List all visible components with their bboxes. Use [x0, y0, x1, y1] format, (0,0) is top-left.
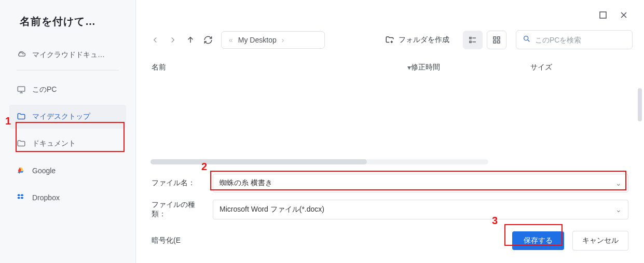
filename-label: ファイル名： [152, 178, 203, 188]
dialog-title: 名前を付けて… [0, 15, 135, 43]
filetype-label: ファイルの種類： [152, 200, 203, 219]
file-list-area [136, 77, 644, 164]
svg-rect-1 [600, 12, 606, 18]
sidebar-item-label: マイクラウドドキュ… [32, 50, 105, 60]
sidebar-item-label: Dropbox [32, 193, 60, 202]
view-grid-button[interactable] [487, 31, 506, 49]
window-controls [136, 0, 644, 30]
folder-plus-icon [385, 35, 394, 45]
svg-rect-0 [18, 87, 25, 91]
google-drive-icon [17, 166, 26, 175]
sort-caret-icon: ▾ [407, 63, 411, 72]
chevron-down-icon[interactable]: ⌄ [615, 205, 622, 214]
cloud-icon [17, 50, 26, 60]
search-input[interactable] [535, 36, 626, 44]
nav-forward-button[interactable] [168, 35, 177, 45]
sidebar-item-cloud-docs[interactable]: マイクラウドドキュ… [9, 43, 126, 67]
folder-icon [17, 139, 26, 148]
list-icon [468, 35, 477, 45]
svg-rect-5 [498, 37, 500, 39]
cancel-button[interactable]: キャンセル [572, 231, 628, 251]
sidebar-item-label: Google [32, 167, 56, 175]
sidebar-item-documents[interactable]: ドキュメント [9, 132, 126, 156]
sidebar-item-google[interactable]: Google [9, 159, 126, 183]
svg-rect-4 [494, 37, 496, 39]
search-icon [523, 35, 531, 45]
svg-rect-2 [470, 37, 471, 38]
create-folder-button[interactable]: フォルダを作成 [381, 32, 454, 48]
filename-field[interactable]: ⌄ [213, 174, 628, 192]
breadcrumb-current: My Desktop [238, 36, 277, 44]
filename-input[interactable] [220, 179, 615, 187]
save-button[interactable]: 保存する [512, 231, 564, 250]
nav-back-button[interactable] [150, 35, 160, 45]
sidebar-item-label: ドキュメント [32, 139, 76, 148]
search-box[interactable] [516, 30, 633, 49]
filetype-row: ファイルの種類： Microsoft Word ファイル(*.docx) ⌄ [152, 200, 628, 219]
action-row: 暗号化(E 保存する キャンセル [152, 231, 628, 251]
sidebar-item-this-pc[interactable]: このPC [9, 78, 126, 102]
sidebar-item-label: このPC [32, 85, 57, 94]
create-folder-label: フォルダを作成 [399, 35, 449, 45]
view-toggle [463, 31, 506, 49]
chevron-right-icon: › [282, 36, 284, 44]
chevron-down-icon[interactable]: ⌄ [615, 179, 622, 187]
horizontal-scrollbar-thumb[interactable] [150, 159, 367, 164]
encrypt-label[interactable]: 暗号化(E [152, 236, 181, 245]
nav-group [150, 35, 213, 45]
close-icon[interactable] [619, 10, 628, 20]
sidebar: 名前を付けて… マイクラウドドキュ… このPC マイデスクトップ [0, 0, 136, 263]
filetype-value: Microsoft Word ファイル(*.docx) [220, 205, 324, 214]
toolbar: « My Desktop › フォルダを作成 [136, 30, 644, 57]
breadcrumb[interactable]: « My Desktop › [221, 31, 325, 49]
monitor-icon [17, 85, 26, 94]
dropbox-icon [17, 193, 26, 202]
svg-point-8 [524, 36, 528, 40]
chevron-left-icon: « [229, 36, 233, 44]
save-form: ファイル名： ⌄ ファイルの種類： Microsoft Word ファイル(*.… [136, 164, 644, 263]
svg-rect-3 [470, 41, 471, 43]
grid-icon [492, 35, 501, 45]
sidebar-list: マイクラウドドキュ… このPC マイデスクトップ ドキュメント [0, 43, 135, 210]
column-header-size[interactable]: サイズ [530, 63, 628, 72]
nav-up-button[interactable] [186, 35, 195, 45]
main-panel: « My Desktop › フォルダを作成 [136, 0, 644, 263]
save-as-dialog: 名前を付けて… マイクラウドドキュ… このPC マイデスクトップ [0, 0, 644, 263]
maximize-icon[interactable] [598, 10, 608, 20]
filename-row: ファイル名： ⌄ [152, 174, 628, 192]
sidebar-item-dropbox[interactable]: Dropbox [9, 186, 126, 210]
sidebar-separator [17, 70, 119, 71]
horizontal-scrollbar[interactable] [150, 159, 488, 164]
column-header-name[interactable]: 名前 ▾ [152, 63, 411, 72]
button-group: 保存する キャンセル [512, 231, 628, 251]
svg-rect-6 [494, 40, 496, 43]
svg-rect-7 [498, 40, 500, 43]
folder-icon [17, 112, 26, 121]
view-list-button[interactable] [463, 31, 483, 49]
column-header-mtime[interactable]: 修正時間 [411, 63, 530, 72]
sidebar-item-my-desktop[interactable]: マイデスクトップ [9, 105, 126, 129]
nav-refresh-button[interactable] [203, 35, 213, 45]
sidebar-item-label: マイデスクトップ [32, 112, 90, 121]
column-headers: 名前 ▾ 修正時間 サイズ [136, 57, 644, 77]
filetype-field[interactable]: Microsoft Word ファイル(*.docx) ⌄ [213, 200, 628, 219]
vertical-scrollbar-thumb[interactable] [638, 88, 642, 121]
